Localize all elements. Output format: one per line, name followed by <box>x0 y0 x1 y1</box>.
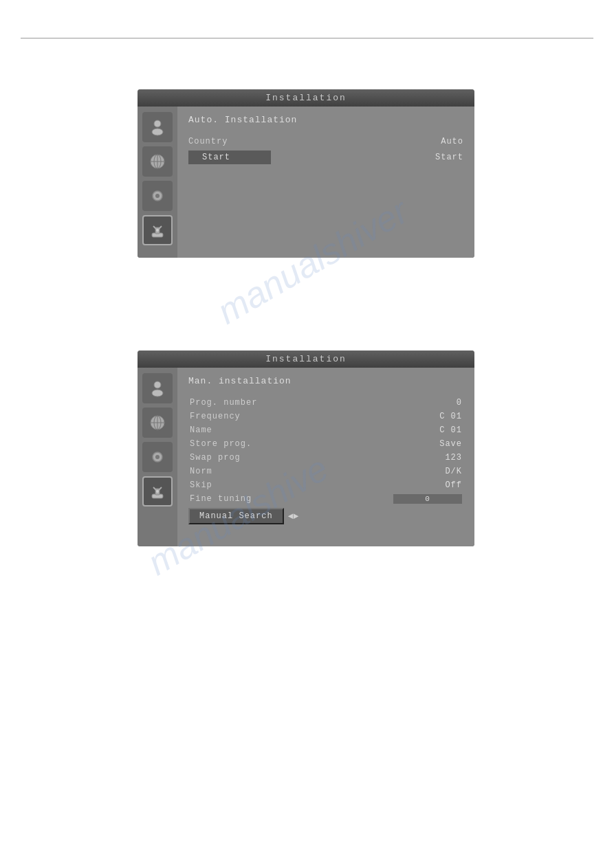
panel-manual-installation: Installation <box>138 350 474 546</box>
panel2-name-label: Name <box>190 425 212 435</box>
panel1-title: Installation <box>265 93 347 103</box>
panel2-prog-number-label: Prog. number <box>190 398 257 408</box>
panel2-frequency-label: Frequency <box>190 412 241 421</box>
panel2-sidebar <box>138 368 177 546</box>
panel1-titlebar: Installation <box>138 89 474 107</box>
panel1-country-value: Auto <box>441 137 463 146</box>
panel2-row-prog-number: Prog. number 0 <box>188 396 463 410</box>
panel2-titlebar: Installation <box>138 350 474 368</box>
panel1-sidebar <box>138 107 177 258</box>
panel1-start-button[interactable]: Start <box>188 151 271 164</box>
panel2-fine-tuning-value: 0 <box>425 495 430 503</box>
panel2-row-frequency: Frequency C 01 <box>188 410 463 423</box>
panel1-country-label: Country <box>188 137 228 146</box>
svg-point-1 <box>152 129 163 135</box>
panel2-swap-prog-value: 123 <box>445 453 462 463</box>
panel2-skip-label: Skip <box>190 480 212 490</box>
panel2-fine-tuning-bar-container: 0 <box>393 494 462 504</box>
panel2-frequency-value: C 01 <box>439 412 462 421</box>
panel1-start-value: Start <box>435 153 463 162</box>
panel2-row-skip: Skip Off <box>188 478 463 492</box>
panel2-swap-prog-label: Swap prog <box>190 453 241 463</box>
panel1-content: Auto. Installation Country Auto Start St… <box>177 107 474 258</box>
panel2-store-prog-value: Save <box>439 439 462 449</box>
svg-point-25 <box>156 490 159 493</box>
panel2-store-prog-label: Store prog. <box>190 439 252 449</box>
panel1-row-start: Start Start <box>188 148 463 166</box>
sidebar-icon-globe-1[interactable] <box>142 146 173 177</box>
panel-auto-installation: Installation <box>138 89 474 258</box>
panel2-section-title: Man. installation <box>188 376 463 386</box>
sidebar-icon-person-1[interactable] <box>142 112 173 142</box>
panel2-title: Installation <box>265 354 347 364</box>
panel2-row-manual-search: Manual Search ◄► <box>188 506 463 526</box>
panel2-content: Man. installation Prog. number 0 Frequen… <box>177 368 474 546</box>
panel2-row-swap-prog: Swap prog 123 <box>188 451 463 465</box>
sidebar-icon-antenna-2[interactable] <box>142 476 173 507</box>
panel2-prog-number-value: 0 <box>457 398 462 408</box>
panel2-norm-label: Norm <box>190 467 212 476</box>
sidebar-icon-person-2[interactable] <box>142 373 173 403</box>
sidebar-icon-wrench-2[interactable] <box>142 442 173 472</box>
panel2-fine-tuning-bar: 0 <box>393 494 462 504</box>
panel1-row-country: Country Auto <box>188 135 463 148</box>
panel2-row-store-prog: Store prog. Save <box>188 437 463 451</box>
panel2-arrow-controls[interactable]: ◄► <box>288 511 299 522</box>
top-separator <box>21 38 593 38</box>
panel2-row-norm: Norm D/K <box>188 465 463 478</box>
panel2-row-name: Name C 01 <box>188 423 463 437</box>
panel2-name-value: C 01 <box>439 425 462 435</box>
panel1-section-title: Auto. Installation <box>188 115 463 125</box>
svg-point-20 <box>155 455 160 459</box>
sidebar-icon-antenna-1[interactable] <box>142 215 173 245</box>
panel2-fine-tuning-label: Fine tuning <box>190 494 252 504</box>
svg-point-0 <box>154 120 161 127</box>
panel2-skip-value: Off <box>445 480 462 490</box>
svg-point-14 <box>152 390 163 397</box>
svg-point-7 <box>155 194 160 198</box>
panel2-manual-search-button[interactable]: Manual Search <box>188 508 284 524</box>
sidebar-icon-globe-2[interactable] <box>142 408 173 438</box>
panel2-row-fine-tuning: Fine tuning 0 <box>188 492 463 506</box>
svg-point-13 <box>154 381 161 388</box>
svg-point-12 <box>156 229 159 232</box>
sidebar-icon-wrench-1[interactable] <box>142 181 173 211</box>
panel2-norm-value: D/K <box>445 467 462 476</box>
